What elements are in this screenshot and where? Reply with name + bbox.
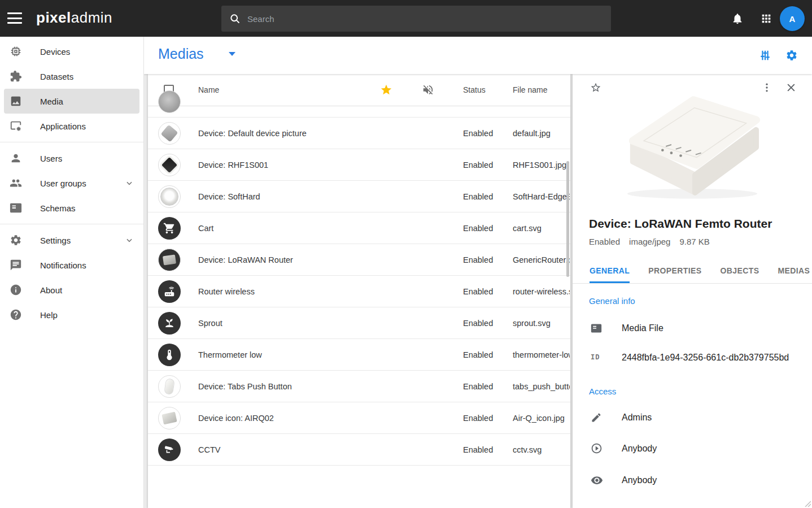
tab-general[interactable]: GENERAL bbox=[590, 260, 630, 283]
sidebar-item-schemas[interactable]: Schemas bbox=[0, 196, 143, 220]
sidebar-item-applications[interactable]: Applications bbox=[0, 114, 143, 138]
media-thumbnail bbox=[158, 249, 181, 271]
detail-meta: Enabled image/jpeg 9.87 KB bbox=[589, 237, 710, 246]
search-box[interactable] bbox=[221, 6, 611, 32]
sidebar-item-label: Users bbox=[40, 154, 62, 163]
logo-bold: pixel bbox=[36, 9, 71, 26]
app-logo: pixeladmin bbox=[36, 9, 112, 27]
media-name: Device: Tabs Push Button bbox=[198, 382, 292, 391]
tab-properties[interactable]: PROPERTIES bbox=[648, 260, 701, 283]
table-row[interactable]: Device: LoRaWAN Router Enabled GenericRo… bbox=[148, 244, 570, 276]
sidebar-item-users[interactable]: Users bbox=[0, 146, 143, 171]
search-icon bbox=[229, 13, 241, 24]
media-file-name: sprout.svg bbox=[513, 319, 570, 328]
table-row[interactable]: Device: Tabs Push Button Enabled tabs_pu… bbox=[148, 371, 570, 402]
media-thumbnail bbox=[158, 154, 181, 176]
resize-handle-icon[interactable] bbox=[804, 500, 811, 507]
favorite-star-outline-icon[interactable] bbox=[590, 82, 601, 93]
sidebar-item-help[interactable]: Help bbox=[0, 302, 143, 327]
tab-medias[interactable]: MEDIAS bbox=[778, 260, 810, 283]
menu-icon[interactable] bbox=[7, 12, 22, 24]
person-icon bbox=[10, 152, 22, 164]
table-row[interactable]: Thermometer low Enabled thermometer-low bbox=[148, 339, 570, 371]
user-avatar[interactable]: A bbox=[780, 6, 805, 31]
chat-icon bbox=[10, 259, 22, 271]
tune-filter-icon[interactable] bbox=[759, 49, 771, 62]
table-row[interactable]: Device icon: AIRQ02 Enabled Air-Q_icon.j… bbox=[148, 402, 570, 434]
media-name: Router wireless bbox=[198, 287, 255, 296]
detail-file-size: 9.87 KB bbox=[679, 237, 709, 246]
access-write-value: Admins bbox=[622, 413, 652, 423]
media-status: Enabled bbox=[463, 224, 493, 233]
sidebar-item-label: Datasets bbox=[40, 72, 73, 81]
settings-gear-icon[interactable] bbox=[785, 49, 798, 62]
sidebar-item-devices[interactable]: Devices bbox=[0, 39, 143, 64]
play-circle-icon bbox=[591, 442, 603, 454]
eye-icon bbox=[591, 474, 603, 487]
sidebar-item-user-groups[interactable]: User groups bbox=[0, 171, 143, 196]
chip-icon bbox=[10, 45, 22, 58]
table-row[interactable]: Cart Enabled cart.svg bbox=[148, 212, 570, 244]
router-thumbnail-icon bbox=[158, 280, 181, 303]
gear-icon bbox=[10, 234, 22, 246]
id-info-row: ID 2448fbfa-1e94-3256-661c-db2b379755bd bbox=[591, 353, 789, 363]
logo-light: admin bbox=[71, 9, 112, 26]
dropdown-caret-icon bbox=[229, 52, 235, 56]
sidebar-item-label: About bbox=[40, 285, 62, 295]
media-name: Device: LoRaWAN Router bbox=[198, 255, 293, 264]
cctv-thumbnail-icon bbox=[158, 438, 181, 461]
detail-mime-type: image/jpeg bbox=[629, 237, 670, 246]
table-row[interactable]: Device: RHF1S001 Enabled RHF1S001.jpg bbox=[148, 149, 570, 181]
sidebar: Devices Datasets Media Applications User… bbox=[0, 37, 144, 508]
sidebar-item-label: Media bbox=[40, 97, 63, 106]
sidebar-item-label: Settings bbox=[40, 236, 71, 245]
column-header-file-name[interactable]: File name bbox=[513, 85, 547, 94]
page-title-dropdown[interactable]: Medias bbox=[158, 46, 235, 62]
search-input[interactable] bbox=[247, 14, 603, 24]
image-icon bbox=[10, 95, 22, 107]
people-icon bbox=[10, 177, 22, 189]
mute-column-icon[interactable] bbox=[422, 84, 434, 96]
notifications-bell-icon[interactable] bbox=[731, 12, 744, 25]
star-column-icon[interactable] bbox=[380, 84, 392, 96]
close-icon[interactable] bbox=[785, 82, 797, 93]
apps-grid-icon[interactable] bbox=[760, 12, 772, 25]
section-heading-access: Access bbox=[589, 387, 616, 396]
media-name: Cart bbox=[198, 224, 213, 233]
id-icon: ID bbox=[591, 354, 602, 362]
table-row[interactable]: Sprout Enabled sprout.svg bbox=[148, 307, 570, 339]
media-thumbnail bbox=[158, 407, 181, 429]
table-row[interactable]: Device: Default device picture Enabled d… bbox=[148, 118, 570, 149]
media-name: Thermometer low bbox=[198, 350, 262, 359]
media-status: Enabled bbox=[463, 255, 493, 264]
table-row[interactable]: Router wireless Enabled router-wireless.… bbox=[148, 276, 570, 307]
media-thumbnail bbox=[158, 90, 181, 113]
table-row[interactable]: Device: SoftHard Enabled SoftHard-EdgeE bbox=[148, 181, 570, 212]
sidebar-item-about[interactable]: About bbox=[0, 277, 143, 302]
media-file-name: cctv.svg bbox=[513, 445, 570, 454]
vertical-scrollbar[interactable] bbox=[566, 161, 569, 277]
sidebar-item-media[interactable]: Media bbox=[4, 89, 139, 114]
help-icon bbox=[10, 309, 22, 321]
media-file-name: tabs_push_butto bbox=[513, 382, 570, 391]
media-file-name: cart.svg bbox=[513, 224, 570, 233]
detail-panel: Device: LoRaWAN Femto Router Enabled ima… bbox=[573, 74, 812, 508]
access-execute-value: Anybody bbox=[622, 444, 657, 454]
detail-title: Device: LoRaWAN Femto Router bbox=[589, 217, 772, 231]
sidebar-item-notifications[interactable]: Notifications bbox=[0, 253, 143, 277]
media-name: Device: SoftHard bbox=[198, 192, 260, 201]
column-header-name[interactable]: Name bbox=[198, 85, 219, 94]
media-file-name: RHF1S001.jpg bbox=[513, 160, 570, 170]
sidebar-item-settings[interactable]: Settings bbox=[0, 228, 143, 253]
media-name: Device icon: AIRQ02 bbox=[198, 414, 274, 423]
sidebar-divider bbox=[0, 224, 143, 224]
tab-objects[interactable]: OBJECTS bbox=[721, 260, 759, 283]
media-file-name: SoftHard-EdgeE bbox=[513, 192, 570, 201]
table-row-partial[interactable] bbox=[148, 106, 570, 118]
media-status: Enabled bbox=[463, 129, 493, 138]
detail-tabs: GENERAL PROPERTIES OBJECTS MEDIAS bbox=[573, 260, 812, 284]
table-row[interactable]: CCTV Enabled cctv.svg bbox=[148, 434, 570, 466]
sidebar-item-datasets[interactable]: Datasets bbox=[0, 64, 143, 89]
media-file-name: thermometer-low bbox=[513, 350, 570, 359]
column-header-status[interactable]: Status bbox=[463, 85, 486, 94]
